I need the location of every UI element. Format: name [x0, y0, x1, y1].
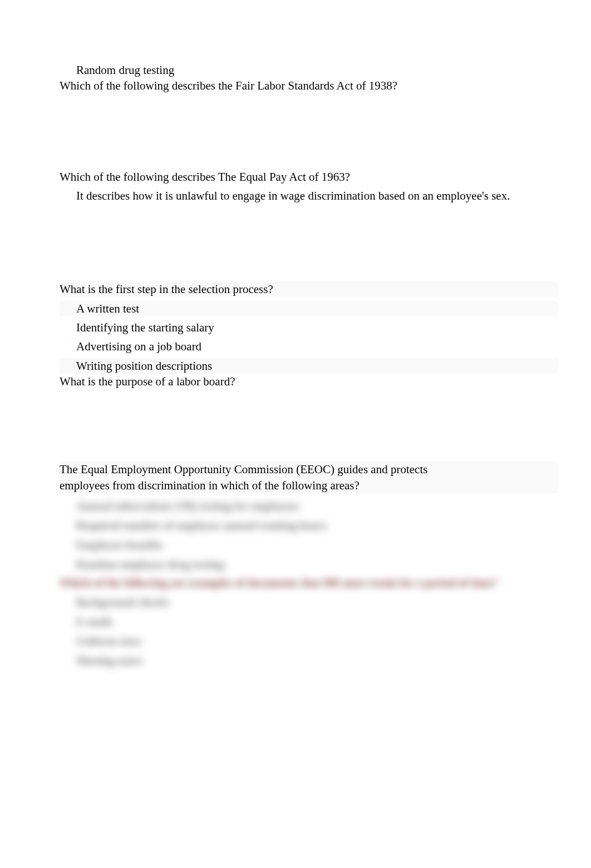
option-row: ○ Writing position descriptions: [60, 358, 558, 374]
blurred-option: Uniform sizes: [60, 634, 558, 649]
option-label: Identifying the starting salary: [76, 321, 214, 334]
blurred-option: Meeting notes: [60, 653, 558, 668]
blurred-question: Which of the following are examples of d…: [60, 576, 558, 591]
blurred-option: Employee benefits: [60, 538, 558, 553]
option-row: ○ Advertising on a job board: [60, 339, 558, 354]
option-marker: ○: [63, 354, 67, 362]
option-label: Advertising on a job board: [76, 340, 201, 353]
option-row: ○ A written test: [60, 301, 558, 316]
blurred-option: Background checks: [60, 595, 558, 610]
blurred-content: Annual tuberculosis (TB) testing for emp…: [60, 499, 558, 668]
blurred-option: E-mails: [60, 614, 558, 629]
blurred-option: Random employee drug testing: [60, 557, 558, 572]
option-marker: ○: [63, 315, 67, 324]
question-epa: Which of the following describes The Equ…: [60, 169, 558, 185]
answer-text: Random drug testing: [60, 62, 558, 78]
option-label: A written test: [76, 302, 139, 315]
question-eeoc: The Equal Employment Opportunity Commiss…: [60, 462, 558, 493]
question-flsa: Which of the following describes the Fai…: [60, 78, 558, 93]
option-label: Writing position descriptions: [76, 359, 212, 373]
blurred-option: Annual tuberculosis (TB) testing for emp…: [60, 499, 558, 514]
blurred-option: Required number of employee annual train…: [60, 518, 558, 533]
option-marker: ○: [63, 334, 67, 343]
question-eeoc-line2: employees from discrimination in which o…: [60, 478, 558, 493]
option-row: ○ Identifying the starting salary: [60, 320, 558, 335]
answer-epa: It describes how it is unlawful to engag…: [60, 188, 558, 204]
question-labor-board: What is the purpose of a labor board?: [60, 374, 558, 389]
question-selection: What is the first step in the selection …: [60, 281, 558, 297]
option-marker: ○: [63, 296, 67, 305]
question-eeoc-line1: The Equal Employment Opportunity Commiss…: [60, 462, 558, 477]
